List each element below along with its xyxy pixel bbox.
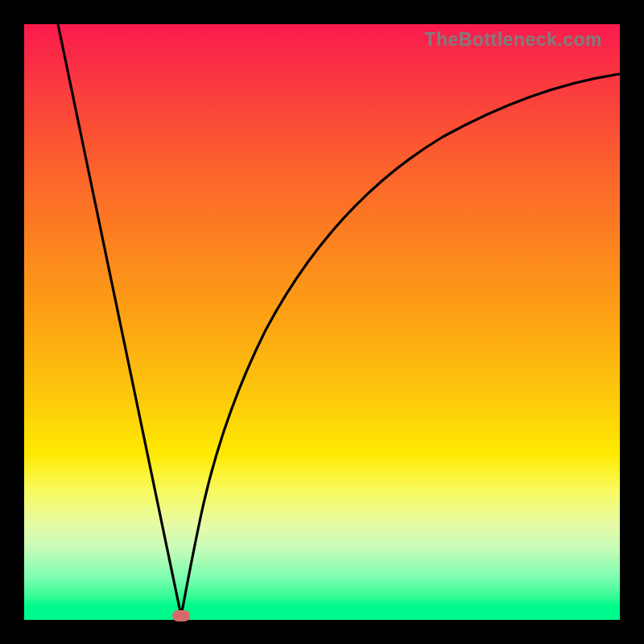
optimum-marker [172,610,190,621]
curve-left-segment [58,24,181,616]
chart-frame: TheBottleneck.com [0,0,644,644]
bottleneck-curve [24,24,620,620]
curve-right-segment [181,74,620,616]
plot-area: TheBottleneck.com [24,24,620,620]
